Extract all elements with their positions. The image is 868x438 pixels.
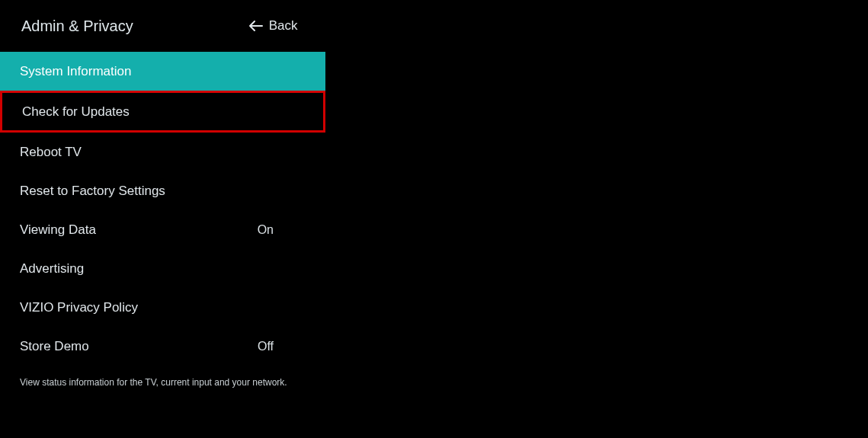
menu-item-label: Reboot TV: [20, 145, 82, 160]
menu-item-privacy-policy[interactable]: VIZIO Privacy Policy: [0, 288, 325, 327]
menu-item-reboot-tv[interactable]: Reboot TV: [0, 133, 325, 171]
menu-item-value: Off: [258, 340, 274, 353]
menu-list: System Information Check for Updates Reb…: [0, 52, 868, 366]
menu-item-label: Store Demo: [20, 339, 89, 354]
page-title: Admin & Privacy: [21, 18, 133, 35]
menu-item-label: System Information: [20, 64, 131, 79]
menu-item-label: Advertising: [20, 261, 84, 277]
footer-description: View status information for the TV, curr…: [0, 366, 868, 388]
arrow-left-icon: [249, 21, 263, 31]
menu-item-label: Reset to Factory Settings: [20, 184, 165, 199]
menu-item-check-for-updates[interactable]: Check for Updates: [0, 91, 325, 133]
menu-item-label: Check for Updates: [22, 104, 130, 120]
menu-item-label: VIZIO Privacy Policy: [20, 300, 138, 315]
menu-item-label: Viewing Data: [20, 222, 96, 238]
menu-item-viewing-data[interactable]: Viewing Data On: [0, 210, 325, 249]
menu-item-advertising[interactable]: Advertising: [0, 249, 325, 288]
menu-item-reset-factory[interactable]: Reset to Factory Settings: [0, 171, 325, 210]
back-label: Back: [269, 18, 298, 34]
menu-item-system-information[interactable]: System Information: [0, 52, 325, 91]
menu-item-store-demo[interactable]: Store Demo Off: [0, 327, 325, 366]
header: Admin & Privacy Back: [0, 0, 868, 38]
back-button[interactable]: Back: [249, 18, 298, 34]
menu-item-value: On: [258, 223, 274, 237]
